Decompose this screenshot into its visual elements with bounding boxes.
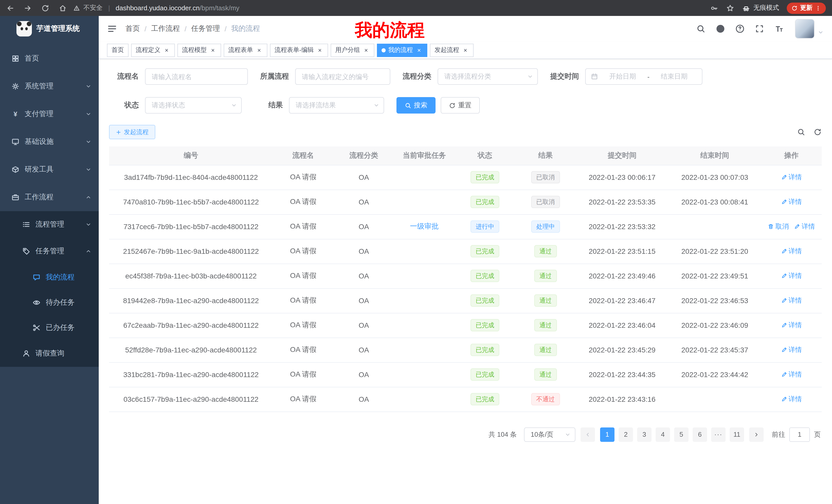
detail-action-link[interactable]: 详情 (781, 247, 802, 256)
page-button-4[interactable]: 4 (656, 427, 670, 442)
cell-task: 一级审批 (394, 214, 455, 239)
breadcrumb-item[interactable]: 首页 (126, 24, 140, 33)
jump-page-input[interactable] (789, 427, 810, 442)
sidebar-item[interactable]: 首页 (0, 45, 99, 73)
page-button-2[interactable]: 2 (619, 427, 633, 442)
page-button-6[interactable]: 6 (693, 427, 707, 442)
detail-action-link[interactable]: 详情 (781, 296, 802, 305)
sidebar-item[interactable]: 待办任务 (0, 290, 99, 315)
detail-action-link[interactable]: 详情 (781, 173, 802, 182)
table-body: 3ad174fb-7b9d-11ec-8404-acde48001122OA 请… (109, 165, 822, 412)
breadcrumb-item[interactable]: 工作流程 (151, 24, 180, 33)
process-input[interactable] (295, 68, 390, 85)
detail-action-link[interactable]: 详情 (781, 370, 802, 379)
detail-action-link[interactable]: 详情 (781, 345, 802, 355)
incognito-badge[interactable]: 无痕模式 (742, 4, 779, 12)
sidebar-item[interactable]: 任务管理 (0, 238, 99, 264)
prev-page-button[interactable] (580, 427, 595, 442)
tab[interactable]: 发起流程× (430, 44, 474, 57)
refresh-table-icon[interactable] (813, 128, 822, 136)
submit-time-range[interactable]: 开始日期 - 结束日期 (585, 68, 702, 85)
tab[interactable]: 我的流程× (377, 44, 427, 57)
close-tab-icon[interactable]: × (415, 47, 423, 54)
tab[interactable]: 流程表单-编辑× (270, 44, 328, 57)
next-page-button[interactable] (749, 427, 763, 442)
tab[interactable]: 流程模型× (177, 44, 221, 57)
address-bar[interactable]: 不安全 | dashboard.yudao.iocoder.cn/bpm/tas… (73, 4, 239, 12)
cancel-action-link[interactable]: 取消 (768, 222, 789, 231)
collapse-sidebar-icon[interactable] (107, 24, 117, 34)
plus-icon (116, 129, 121, 135)
sidebar-item[interactable]: 我的流程 (0, 264, 99, 290)
column-header: 提交时间 (576, 146, 669, 165)
tab[interactable]: 流程定义× (131, 44, 175, 57)
fontsize-icon[interactable] (774, 24, 784, 33)
breadcrumb-item[interactable]: 任务管理 (191, 24, 220, 33)
cell-status: 已完成 (454, 263, 515, 288)
task-link[interactable]: 一级审批 (410, 222, 439, 230)
browser-menu-icon[interactable] (815, 5, 821, 11)
sidebar-item[interactable]: 系统管理 (0, 73, 99, 100)
github-icon[interactable] (716, 24, 725, 33)
tab[interactable]: 用户分组× (331, 44, 374, 57)
sidebar-item[interactable]: 基础设施 (0, 128, 99, 156)
page-button-11[interactable]: 11 (730, 427, 744, 442)
result-select[interactable]: 请选择流结果 (289, 97, 384, 114)
table-row: 52ffd28e-7b9a-11ec-a290-acde48001122OA 请… (109, 338, 822, 362)
search-button[interactable]: 搜索 (396, 97, 436, 114)
detail-action-link[interactable]: 详情 (781, 197, 802, 206)
user-menu[interactable] (795, 19, 824, 38)
cell-end-time: 2022-01-22 23:46:09 (669, 313, 761, 338)
cell-status: 已完成 (454, 387, 515, 412)
tags-view: 首页流程定义×流程模型×流程表单×流程表单-编辑×用户分组×我的流程×发起流程× (99, 41, 832, 59)
sidebar-item[interactable]: ¥支付管理 (0, 100, 99, 128)
sidebar-item[interactable]: 已办任务 (0, 315, 99, 340)
search-icon[interactable] (696, 24, 705, 33)
reload-button[interactable] (41, 4, 49, 12)
bookmark-star-icon[interactable] (726, 4, 734, 12)
cell-result: 通过 (515, 263, 576, 288)
detail-action-link[interactable]: 详情 (781, 320, 802, 330)
page-size-select[interactable]: 10条/页 (524, 427, 575, 442)
home-button[interactable] (59, 4, 67, 12)
update-button[interactable]: 更新 (787, 2, 826, 13)
sidebar-item[interactable]: 请假查询 (0, 340, 99, 367)
cell-actions: 取消详情 (761, 214, 822, 239)
close-tab-icon[interactable]: × (363, 47, 370, 54)
detail-action-link[interactable]: 详情 (781, 271, 802, 281)
toggle-search-icon[interactable] (797, 128, 805, 136)
cell-category: OA (334, 288, 394, 313)
close-tab-icon[interactable]: × (163, 47, 170, 54)
page-button-5[interactable]: 5 (674, 427, 688, 442)
close-tab-icon[interactable]: × (256, 47, 263, 54)
sidebar-item[interactable]: 流程管理 (0, 211, 99, 238)
back-button[interactable] (6, 4, 15, 12)
close-tab-icon[interactable]: × (462, 47, 469, 54)
close-tab-icon[interactable]: × (316, 47, 323, 54)
forward-button[interactable] (24, 4, 32, 12)
tab[interactable]: 流程表单× (224, 44, 267, 57)
category-select[interactable]: 请选择流程分类 (438, 68, 538, 85)
sidebar-menu: 首页系统管理¥支付管理基础设施研发工具工作流程流程管理任务管理我的流程待办任务已… (0, 41, 99, 367)
page-button-1[interactable]: 1 (600, 427, 615, 442)
name-input[interactable] (145, 68, 248, 85)
sidebar-item[interactable]: 工作流程 (0, 184, 99, 211)
tab[interactable]: 首页 (107, 44, 129, 57)
status-badge: 已完成 (470, 368, 499, 381)
reset-button[interactable]: 重置 (441, 97, 480, 114)
status-select[interactable]: 请选择状态 (145, 97, 242, 114)
avatar[interactable] (795, 19, 814, 38)
close-tab-icon[interactable]: × (209, 47, 216, 54)
sidebar-item[interactable]: 研发工具 (0, 156, 99, 184)
create-process-button[interactable]: 发起流程 (109, 125, 155, 139)
status-badge: 进行中 (470, 220, 499, 233)
pagination-more[interactable]: ··· (711, 427, 726, 442)
status-label: 状态 (109, 101, 139, 110)
detail-action-link[interactable]: 详情 (794, 222, 815, 231)
password-manager-icon[interactable] (710, 4, 718, 12)
question-icon[interactable] (735, 24, 745, 33)
page-button-3[interactable]: 3 (637, 427, 651, 442)
detail-action-link[interactable]: 详情 (781, 395, 802, 404)
fullscreen-icon[interactable] (755, 24, 764, 33)
tab-label: 流程模型 (182, 46, 207, 54)
